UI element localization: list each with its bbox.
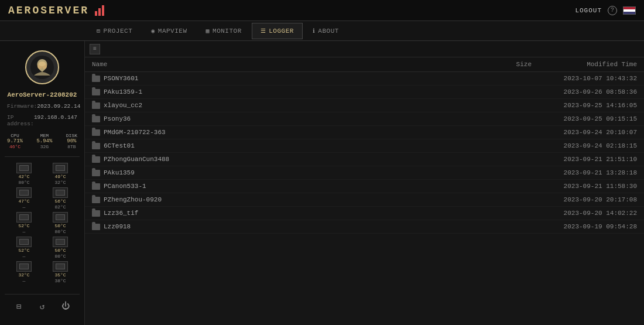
col-name: Name (92, 61, 461, 68)
file-time: 2023-09-19 09:54:28 (532, 223, 637, 230)
logout-button[interactable]: LOGOUT (575, 7, 602, 14)
chip-icon-10 (53, 261, 68, 272)
mem-label: MEM (40, 133, 49, 138)
file-rows-container: PSONY3601 2023-10-07 10:43:32 PAku1359-1… (85, 72, 644, 234)
folder-icon (92, 143, 100, 149)
disk-label: DISK (66, 133, 77, 138)
file-name: xlayou_cc2 (92, 102, 461, 109)
table-row[interactable]: 6CTest01 2023-09-24 02:18:15 (85, 139, 644, 153)
logo-bar-1 (95, 11, 97, 16)
firmware-label: Firmware: (7, 103, 37, 110)
table-row[interactable]: PCanon533-1 2023-09-21 11:58:30 (85, 180, 644, 193)
file-name: PMdGM-210722-363 (92, 129, 461, 136)
ip-row: IP address: 192.168.0.147 (5, 114, 80, 127)
file-time: 2023-09-24 02:18:15 (532, 142, 637, 149)
file-name-text: PZhongGuanCun3488 (104, 156, 169, 163)
folder-icon (92, 102, 100, 109)
file-name: PZhengZhou-0920 (92, 196, 461, 203)
file-name: PZhongGuanCun3488 (92, 156, 461, 163)
file-name-text: PZhengZhou-0920 (104, 196, 162, 203)
flag-icon (623, 6, 636, 15)
file-name-text: Psony36 (104, 115, 131, 122)
col-time: Modified Time (532, 61, 637, 68)
tab-mapview[interactable]: ◉ MAPVIEW (142, 23, 196, 39)
chip-icon-1 (16, 163, 32, 173)
refresh-icon[interactable]: ↺ (35, 299, 49, 313)
chip-grid: 42°C 80°C 49°C 32°C 47°C — 56°C 82°C 52°… (5, 163, 80, 283)
tab-about[interactable]: ℹ ABOUT (304, 23, 348, 39)
table-row[interactable]: Lzz0918 2023-09-19 09:54:28 (85, 220, 644, 234)
monitor-tab-icon: ▦ (206, 28, 210, 35)
mem-sub: 32G (40, 144, 49, 149)
table-row[interactable]: xlayou_cc2 2023-09-25 14:16:05 (85, 99, 644, 112)
table-row[interactable]: PZhongGuanCun3488 2023-09-21 21:51:10 (85, 153, 644, 166)
chip-icon-5 (16, 212, 32, 223)
folder-icon (92, 170, 100, 176)
file-time: 2023-09-21 11:58:30 (532, 183, 637, 190)
file-name-text: Lzz36_tif (104, 210, 138, 217)
chip-7: 52°C — (7, 237, 41, 259)
file-name: Psony36 (92, 115, 461, 122)
ip-value: 192.168.0.147 (34, 114, 77, 127)
table-row[interactable]: PSONY3601 2023-10-07 10:43:32 (85, 72, 644, 85)
content: ≡ Name Size Modified Time PSONY3601 2023… (85, 41, 644, 325)
file-name-text: PAku1359-1 (104, 88, 142, 95)
table-row[interactable]: PZhengZhou-0920 2023-09-20 20:17:08 (85, 193, 644, 207)
chip-1: 42°C 80°C (7, 163, 41, 185)
table-row[interactable]: PMdGM-210722-363 2023-09-24 20:10:07 (85, 126, 644, 139)
toolbar-menu-button[interactable]: ≡ (90, 44, 100, 54)
tab-about-label: ABOUT (318, 28, 339, 35)
file-time: 2023-09-25 14:16:05 (532, 102, 637, 109)
file-time: 2023-09-20 20:17:08 (532, 196, 637, 203)
chip-icon-8 (53, 237, 68, 247)
firmware-row: Firmware: 2023.09.22.14 (5, 103, 80, 110)
chip-icon-4 (53, 187, 68, 198)
chip-5: 52°C — (7, 212, 41, 234)
sidebar: AeroServer-2208202 Firmware: 2023.09.22.… (0, 41, 85, 325)
file-time: 2023-09-24 20:10:07 (532, 129, 637, 136)
logo: AEROSERVER (8, 5, 104, 16)
table-header: Name Size Modified Time (85, 57, 644, 72)
file-time: 2023-09-21 13:28:18 (532, 169, 637, 176)
tab-monitor-label: MONITOR (213, 28, 242, 35)
tab-project[interactable]: ⊞ PROJECT (88, 23, 141, 39)
tab-logger[interactable]: ☰ LOGGER (252, 23, 303, 39)
table-row[interactable]: Psony36 2023-09-25 09:15:15 (85, 112, 644, 126)
folder-icon (92, 224, 100, 230)
chip-6: 50°C 80°C (43, 212, 77, 234)
screen-icon[interactable]: ⊟ (12, 299, 26, 313)
firmware-value: 2023.09.22.14 (37, 103, 80, 110)
file-name: Lzz36_tif (92, 210, 461, 217)
cpu-val: 9.71% (7, 138, 23, 144)
main: AeroServer-2208202 Firmware: 2023.09.22.… (0, 41, 644, 325)
chip-8: 50°C 80°C (43, 237, 77, 259)
folder-icon (92, 183, 100, 190)
file-name: PCanon533-1 (92, 183, 461, 190)
avatar (25, 50, 59, 84)
file-name-text: Lzz0918 (104, 223, 131, 230)
chip-10: 35°C 38°C (43, 261, 77, 283)
file-table[interactable]: Name Size Modified Time PSONY3601 2023-1… (85, 57, 644, 325)
chip-3: 47°C — (7, 187, 41, 210)
file-name-text: PCanon533-1 (104, 183, 146, 190)
power-icon[interactable]: ⏻ (59, 299, 73, 313)
file-name-text: 6CTest01 (104, 142, 135, 149)
file-name: PSONY3601 (92, 75, 461, 82)
file-name: 6CTest01 (92, 142, 461, 149)
nav-tabs: ⊞ PROJECT ◉ MAPVIEW ▦ MONITOR ☰ LOGGER ℹ… (0, 21, 644, 41)
disk-stat: DISK 90% 8TB (66, 133, 77, 149)
table-row[interactable]: PAku1359 2023-09-21 13:28:18 (85, 166, 644, 180)
table-row[interactable]: Lzz36_tif 2023-09-20 14:02:22 (85, 207, 644, 220)
file-name: PAku1359 (92, 169, 461, 176)
mapview-tab-icon: ◉ (151, 28, 155, 35)
chip-icon-3 (16, 187, 32, 198)
cpu-stat: CPU 9.71% 46°C (7, 133, 23, 149)
chip-icon-9 (16, 261, 32, 272)
file-time: 2023-10-07 10:43:32 (532, 75, 637, 82)
table-row[interactable]: PAku1359-1 2023-09-26 08:58:36 (85, 85, 644, 99)
disk-val: 90% (67, 138, 76, 144)
file-time: 2023-09-20 14:02:22 (532, 210, 637, 217)
tab-monitor[interactable]: ▦ MONITOR (197, 23, 251, 39)
svg-point-3 (39, 61, 46, 66)
help-icon[interactable]: ? (608, 6, 617, 15)
